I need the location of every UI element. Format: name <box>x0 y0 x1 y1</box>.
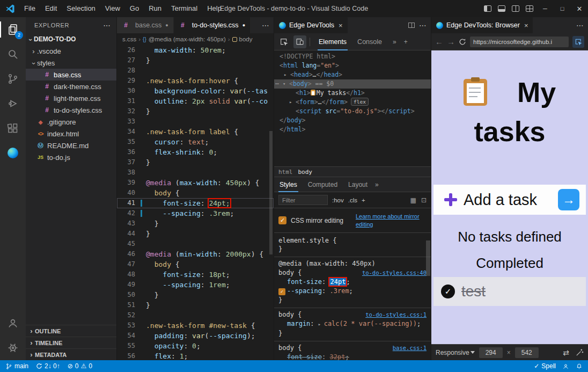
pane-tab-computed[interactable]: Computed <box>303 177 343 192</box>
activity-run-debug[interactable] <box>0 91 26 116</box>
folder-.vscode[interactable]: ›.vscode <box>26 45 116 57</box>
notifications-bell-icon[interactable] <box>576 363 583 370</box>
close-icon[interactable]: × <box>339 21 343 30</box>
menu-file[interactable]: File <box>19 0 40 17</box>
code-line-26[interactable]: 26 max-width: 50rem; <box>117 45 274 55</box>
split-editor-icon[interactable] <box>408 23 415 28</box>
task-check-icon[interactable]: ✓ <box>441 285 455 298</box>
code-line-42[interactable]: 42 --spacing: .3rem; <box>117 208 274 218</box>
forward-icon[interactable]: → <box>447 37 455 46</box>
source-link[interactable]: base.css:1 <box>393 344 427 353</box>
activity-search[interactable] <box>0 42 26 67</box>
modified-dot-icon[interactable]: ● <box>242 23 245 28</box>
element-style-rule[interactable]: element.style { } <box>274 233 431 257</box>
file-README.md[interactable]: ⓂREADME.md <box>26 140 116 151</box>
styles-scrollbar-thumb[interactable] <box>426 240 430 276</box>
dom-crumb-html[interactable]: html <box>278 169 293 176</box>
root-folder[interactable]: › DEMO-TO-DO <box>26 33 116 45</box>
collapse-arrow-icon[interactable]: ▸ <box>289 98 292 107</box>
code-line-32[interactable]: 32} <box>117 106 274 116</box>
pane-tab-layout[interactable]: Layout <box>343 177 373 192</box>
customize-layout-icon[interactable] <box>523 0 536 17</box>
file-light-theme.css[interactable]: #light-theme.css <box>26 92 116 104</box>
code-line-55[interactable]: 55 opacity: 0; <box>117 341 274 351</box>
file-index.html[interactable]: <>index.html <box>26 128 116 140</box>
code-line-48[interactable]: 48 font-size: 18pt; <box>117 269 274 280</box>
activity-source-control[interactable] <box>0 67 26 91</box>
file-to-do.js[interactable]: JSto-do.js <box>26 151 116 163</box>
section-outline[interactable]: ›OUTLINE <box>26 325 116 337</box>
maximize-button[interactable]: □ <box>554 0 571 17</box>
dom-row[interactable]: </body> <box>274 116 431 125</box>
branch-indicator[interactable]: main <box>5 362 28 370</box>
dom-row[interactable]: <h1>My tasks</h1> <box>274 89 431 98</box>
code-line-38[interactable]: 38 <box>117 167 274 178</box>
modified-dot-icon[interactable]: ● <box>165 23 168 28</box>
property-checkbox[interactable]: ✓ <box>278 288 285 295</box>
folder-styles[interactable]: ›styles <box>26 57 116 69</box>
code-line-56[interactable]: 56 flex: 1; <box>117 351 274 360</box>
dom-row[interactable]: <!DOCTYPE html> <box>274 52 431 61</box>
settings-button[interactable] <box>0 335 26 360</box>
expand-arrow-icon[interactable]: ▸ <box>318 322 324 327</box>
file-dark-theme.css[interactable]: #dark-theme.css <box>26 81 116 92</box>
class-toggle[interactable]: .cls <box>348 197 357 203</box>
rotate-viewport-icon[interactable]: ⇄ <box>563 348 569 357</box>
open-devtools-icon[interactable] <box>572 36 584 48</box>
rule-selector[interactable]: body { <box>278 344 302 353</box>
tab-edge-devtools[interactable]: Edge DevTools × <box>274 17 348 33</box>
device-emulation-icon[interactable] <box>293 35 306 48</box>
code-line-46[interactable]: 46@media (min-width: 2000px) { <box>117 249 274 259</box>
file-to-do-styles.css[interactable]: #to-do-styles.css <box>26 104 116 116</box>
breadcrumb-item[interactable]: @media (max-width: 450px) <box>149 36 226 42</box>
section-metadata[interactable]: ›METADATA <box>26 348 116 360</box>
minimize-button[interactable]: ─ <box>536 0 554 17</box>
css-property[interactable]: font-size: 32pt; <box>278 353 427 360</box>
dom-crumb-body[interactable]: body <box>298 169 313 176</box>
add-tool-icon[interactable]: + <box>402 38 410 46</box>
toggle-sidebar-icon[interactable] <box>481 0 495 17</box>
code-line-39[interactable]: 39@media (max-width: 450px) { <box>117 178 274 188</box>
code-line-40[interactable]: 40 body { <box>117 188 274 198</box>
file-.gitignore[interactable]: ◆.gitignore <box>26 116 116 128</box>
tab-to-do-styles.css[interactable]: #to-do-styles.css● <box>174 17 251 33</box>
breadcrumb-item[interactable]: s.css <box>122 36 136 42</box>
dom-row[interactable]: <script src="to-do.js"></script> <box>274 107 431 116</box>
add-task-button[interactable]: → <box>558 189 579 210</box>
source-link[interactable]: to-do-styles.css:1 <box>365 310 427 319</box>
more-actions-icon[interactable]: ⋯ <box>419 21 427 30</box>
grid-overlay-icon[interactable]: ▦ <box>410 196 416 204</box>
css-property[interactable]: margin: ▸ calc(2 * var(--spacing)); <box>278 319 427 329</box>
menu-run[interactable]: Run <box>144 0 166 17</box>
menu-edit[interactable]: Edit <box>40 0 62 17</box>
code-line-36[interactable]: 36 flex-shrink: 0; <box>117 147 274 157</box>
dom-row[interactable]: ▸<head>…</head> <box>274 70 431 79</box>
toggle-panel-icon[interactable] <box>495 0 509 17</box>
more-panes-icon[interactable]: » <box>373 181 381 188</box>
code-line-41[interactable]: 41 font-size: 24pt; <box>117 198 274 208</box>
code-line-52[interactable]: 52 <box>117 310 274 320</box>
code-editor[interactable]: 26 max-width: 50rem;27}2829.new-task-for… <box>117 45 274 360</box>
add-task-form[interactable]: Add a task → <box>433 185 586 215</box>
pseudo-state-toggle[interactable]: :hov <box>332 197 344 203</box>
menu-terminal[interactable]: Terminal <box>166 0 202 17</box>
dom-row[interactable]: </html> <box>274 125 431 134</box>
tool-tab-console[interactable]: Console <box>352 33 387 50</box>
breadcrumb-item[interactable]: body <box>239 36 253 42</box>
menu-go[interactable]: Go <box>125 0 144 17</box>
code-line-30[interactable]: 30 background-color: var(--tas <box>117 86 274 96</box>
refresh-icon[interactable] <box>459 38 466 46</box>
menu-view[interactable]: View <box>100 0 125 17</box>
more-tools-icon[interactable]: » <box>391 38 399 46</box>
tab-base.css[interactable]: #base.css● <box>117 17 174 33</box>
file-base.css[interactable]: #base.css <box>26 69 116 81</box>
menu-selection[interactable]: Selection <box>62 0 100 17</box>
toggle-secondary-sidebar-icon[interactable] <box>509 0 523 17</box>
code-line-35[interactable]: 35 cursor: text; <box>117 137 274 147</box>
browser-viewport[interactable]: My tasks Add a task → No tasks defined C… <box>431 50 588 344</box>
viewport-height-input[interactable]: 542 <box>515 347 539 358</box>
more-actions-icon[interactable]: ⋯ <box>576 21 584 30</box>
code-line-53[interactable]: 53.new-task-form #new-task { <box>117 320 274 331</box>
code-line-37[interactable]: 37} <box>117 157 274 167</box>
tool-tab-elements[interactable]: Elements <box>313 33 352 50</box>
